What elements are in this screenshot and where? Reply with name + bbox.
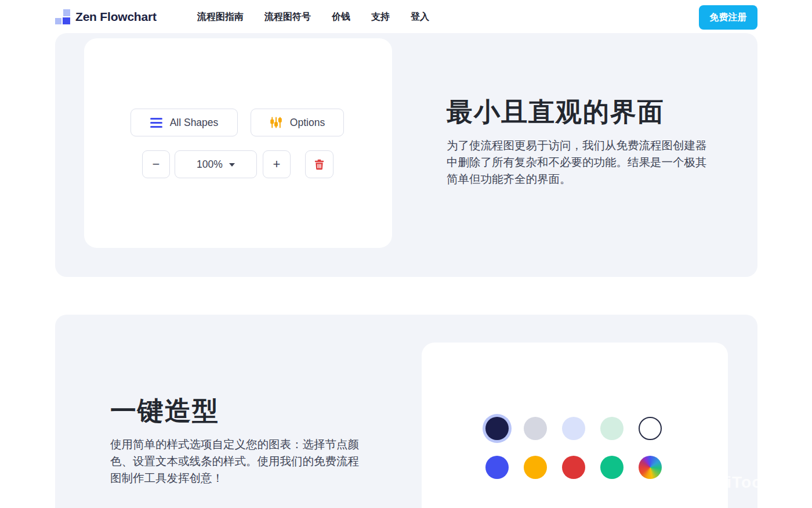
nav-links: 流程图指南 流程图符号 价钱 支持 登入 bbox=[197, 0, 429, 34]
sliders-icon bbox=[270, 116, 282, 129]
color-palette-mockup-card bbox=[422, 343, 728, 508]
color-swatch-red[interactable] bbox=[562, 456, 585, 479]
color-swatch-white[interactable] bbox=[639, 417, 662, 440]
color-swatch-amber[interactable] bbox=[524, 456, 547, 479]
styling-feature-text: 一键造型 使用简单的样式选项自定义您的图表：选择节点颜色、设置文本或线条的样式。… bbox=[110, 397, 365, 487]
nav-item-login[interactable]: 登入 bbox=[411, 11, 429, 23]
brand-name: Zen Flowchart bbox=[75, 10, 157, 24]
color-swatch-light-mint[interactable] bbox=[600, 417, 624, 440]
nav-item-flowchart-symbols[interactable]: 流程图符号 bbox=[264, 11, 311, 23]
toolbar-row-bottom: − 100% + bbox=[142, 150, 334, 178]
color-swatch-dark-navy[interactable] bbox=[485, 417, 509, 440]
color-swatch-royal-blue[interactable] bbox=[485, 456, 509, 479]
color-swatch-rainbow[interactable] bbox=[639, 456, 662, 479]
logo-icon bbox=[55, 9, 70, 24]
top-navigation: Zen Flowchart 流程图指南 流程图符号 价钱 支持 登入 免费注册 bbox=[0, 0, 812, 34]
delete-button[interactable] bbox=[305, 150, 334, 178]
nav-item-support[interactable]: 支持 bbox=[371, 11, 390, 23]
options-label: Options bbox=[290, 117, 325, 129]
trash-icon bbox=[313, 158, 325, 171]
zoom-level-dropdown[interactable]: 100% bbox=[175, 150, 257, 178]
nav-item-flowchart-guide[interactable]: 流程图指南 bbox=[197, 11, 244, 23]
zoom-in-button[interactable]: + bbox=[263, 150, 291, 178]
all-shapes-label: All Shapes bbox=[170, 117, 219, 129]
options-button[interactable]: Options bbox=[251, 109, 344, 136]
menu-icon bbox=[150, 118, 162, 128]
chevron-down-icon bbox=[229, 163, 235, 167]
toolbar-row-top: All Shapes Options bbox=[130, 109, 344, 136]
color-swatch-light-gray[interactable] bbox=[524, 417, 547, 440]
zoom-level-value: 100% bbox=[197, 158, 223, 171]
styling-heading: 一键造型 bbox=[110, 397, 365, 426]
section-minimal-interface: All Shapes Options − 1 bbox=[55, 33, 757, 277]
section-one-click-styling: 一键造型 使用简单的样式选项自定义您的图表：选择节点颜色、设置文本或线条的样式。… bbox=[55, 315, 757, 508]
nav-item-pricing[interactable]: 价钱 bbox=[332, 11, 350, 23]
interface-feature-text: 最小且直观的界面 为了使流程图更易于访问，我们从免费流程图创建器中删除了所有复杂… bbox=[447, 98, 709, 188]
color-palette-grid bbox=[485, 417, 662, 479]
styling-description: 使用简单的样式选项自定义您的图表：选择节点颜色、设置文本或线条的样式。使用我们的… bbox=[110, 436, 365, 487]
zoom-out-button[interactable]: − bbox=[142, 150, 170, 178]
interface-description: 为了使流程图更易于访问，我们从免费流程图创建器中删除了所有复杂和不必要的功能。结… bbox=[447, 137, 709, 188]
color-swatch-emerald[interactable] bbox=[600, 456, 624, 479]
brand-logo[interactable]: Zen Flowchart bbox=[55, 0, 157, 34]
color-swatch-light-periwinkle[interactable] bbox=[562, 417, 585, 440]
all-shapes-button[interactable]: All Shapes bbox=[130, 109, 238, 136]
interface-heading: 最小且直观的界面 bbox=[447, 98, 709, 127]
signup-free-button[interactable]: 免费注册 bbox=[699, 5, 757, 30]
toolbar-mockup-card: All Shapes Options − 1 bbox=[84, 38, 392, 248]
